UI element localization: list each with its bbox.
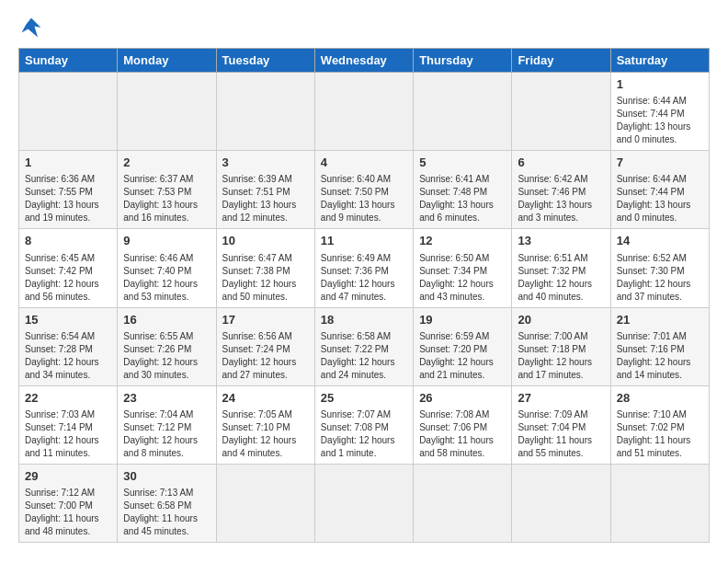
calendar-cell: 17Sunrise: 6:56 AMSunset: 7:24 PMDayligh… xyxy=(216,307,314,385)
calendar-cell: 15Sunrise: 6:54 AMSunset: 7:28 PMDayligh… xyxy=(19,307,118,385)
cell-content: 13Sunrise: 6:51 AMSunset: 7:32 PMDayligh… xyxy=(518,233,604,303)
calendar-cell: 20Sunrise: 7:00 AMSunset: 7:18 PMDayligh… xyxy=(512,307,610,385)
header-row: SundayMondayTuesdayWednesdayThursdayFrid… xyxy=(19,49,710,73)
cell-content: 23Sunrise: 7:04 AMSunset: 7:12 PMDayligh… xyxy=(123,390,210,460)
day-info: Sunrise: 7:10 AMSunset: 7:02 PMDaylight:… xyxy=(617,408,703,460)
cell-content: 20Sunrise: 7:00 AMSunset: 7:18 PMDayligh… xyxy=(518,312,604,382)
cell-content: 3Sunrise: 6:39 AMSunset: 7:51 PMDaylight… xyxy=(222,155,309,224)
day-number: 29 xyxy=(25,468,111,485)
week-row-3: 15Sunrise: 6:54 AMSunset: 7:28 PMDayligh… xyxy=(19,307,710,385)
day-number: 27 xyxy=(518,390,604,407)
calendar-cell: 11Sunrise: 6:49 AMSunset: 7:36 PMDayligh… xyxy=(314,229,413,307)
day-info: Sunrise: 6:52 AMSunset: 7:30 PMDaylight:… xyxy=(617,252,703,304)
cell-content: 14Sunrise: 6:52 AMSunset: 7:30 PMDayligh… xyxy=(617,233,703,303)
cell-content: 8Sunrise: 6:45 AMSunset: 7:42 PMDaylight… xyxy=(25,233,111,303)
calendar-cell: 12Sunrise: 6:50 AMSunset: 7:34 PMDayligh… xyxy=(414,229,512,307)
calendar-cell: 21Sunrise: 7:01 AMSunset: 7:16 PMDayligh… xyxy=(610,307,709,385)
logo xyxy=(18,15,48,40)
day-info: Sunrise: 7:12 AMSunset: 7:00 PMDaylight:… xyxy=(25,487,111,538)
col-header-friday: Friday xyxy=(512,49,610,73)
cell-content: 19Sunrise: 6:59 AMSunset: 7:20 PMDayligh… xyxy=(419,312,506,382)
col-header-tuesday: Tuesday xyxy=(216,49,314,73)
day-info: Sunrise: 6:44 AMSunset: 7:44 PMDaylight:… xyxy=(617,173,703,224)
col-header-monday: Monday xyxy=(118,49,216,73)
day-number: 28 xyxy=(617,390,703,407)
cell-content: 16Sunrise: 6:55 AMSunset: 7:26 PMDayligh… xyxy=(123,312,210,382)
cell-content: 9Sunrise: 6:46 AMSunset: 7:40 PMDaylight… xyxy=(123,233,210,303)
day-info: Sunrise: 6:56 AMSunset: 7:24 PMDaylight:… xyxy=(222,330,309,382)
day-number: 11 xyxy=(321,233,407,249)
svg-marker-0 xyxy=(22,18,41,38)
calendar-cell: 3Sunrise: 6:39 AMSunset: 7:51 PMDaylight… xyxy=(216,151,314,229)
logo-bird-icon xyxy=(18,15,44,40)
calendar-cell: 1Sunrise: 6:44 AMSunset: 7:44 PMDaylight… xyxy=(610,73,709,151)
day-info: Sunrise: 6:36 AMSunset: 7:55 PMDaylight:… xyxy=(25,173,111,224)
day-number: 15 xyxy=(25,312,111,328)
day-number: 14 xyxy=(617,233,703,249)
day-number: 9 xyxy=(123,233,210,249)
day-info: Sunrise: 6:58 AMSunset: 7:22 PMDaylight:… xyxy=(321,330,407,382)
week-row-5: 29Sunrise: 7:12 AMSunset: 7:00 PMDayligh… xyxy=(19,464,710,542)
day-info: Sunrise: 7:09 AMSunset: 7:04 PMDaylight:… xyxy=(518,408,604,460)
day-info: Sunrise: 6:40 AMSunset: 7:50 PMDaylight:… xyxy=(321,173,407,224)
day-number: 3 xyxy=(222,155,309,171)
day-number: 16 xyxy=(123,312,210,328)
day-info: Sunrise: 6:42 AMSunset: 7:46 PMDaylight:… xyxy=(518,173,604,224)
day-info: Sunrise: 6:49 AMSunset: 7:36 PMDaylight:… xyxy=(321,252,407,304)
cell-content: 12Sunrise: 6:50 AMSunset: 7:34 PMDayligh… xyxy=(419,233,506,303)
calendar-cell: 27Sunrise: 7:09 AMSunset: 7:04 PMDayligh… xyxy=(512,385,610,464)
calendar-cell xyxy=(216,73,314,151)
col-header-sunday: Sunday xyxy=(19,49,118,73)
cell-content: 7Sunrise: 6:44 AMSunset: 7:44 PMDaylight… xyxy=(617,155,703,224)
calendar-cell xyxy=(314,73,413,151)
day-number: 4 xyxy=(321,155,407,171)
cell-content: 21Sunrise: 7:01 AMSunset: 7:16 PMDayligh… xyxy=(617,312,703,382)
day-number: 21 xyxy=(617,312,703,328)
week-row-0: 1Sunrise: 6:44 AMSunset: 7:44 PMDaylight… xyxy=(19,73,710,151)
calendar-cell xyxy=(610,464,709,542)
calendar-cell: 19Sunrise: 6:59 AMSunset: 7:20 PMDayligh… xyxy=(414,307,512,385)
day-number: 18 xyxy=(321,312,407,328)
day-number: 24 xyxy=(222,390,309,407)
cell-content: 26Sunrise: 7:08 AMSunset: 7:06 PMDayligh… xyxy=(419,390,506,460)
calendar-cell: 26Sunrise: 7:08 AMSunset: 7:06 PMDayligh… xyxy=(414,385,512,464)
day-info: Sunrise: 7:05 AMSunset: 7:10 PMDaylight:… xyxy=(222,408,309,460)
cell-content: 4Sunrise: 6:40 AMSunset: 7:50 PMDaylight… xyxy=(321,155,407,224)
day-info: Sunrise: 7:00 AMSunset: 7:18 PMDaylight:… xyxy=(518,330,604,382)
cell-content: 1Sunrise: 6:36 AMSunset: 7:55 PMDaylight… xyxy=(25,155,111,224)
calendar-cell: 10Sunrise: 6:47 AMSunset: 7:38 PMDayligh… xyxy=(216,229,314,307)
day-info: Sunrise: 6:59 AMSunset: 7:20 PMDaylight:… xyxy=(419,330,506,382)
calendar-cell: 30Sunrise: 7:13 AMSunset: 6:58 PMDayligh… xyxy=(118,464,216,542)
day-number: 13 xyxy=(518,233,604,249)
day-info: Sunrise: 6:41 AMSunset: 7:48 PMDaylight:… xyxy=(419,173,506,224)
day-info: Sunrise: 6:44 AMSunset: 7:44 PMDaylight:… xyxy=(617,95,703,146)
calendar-cell: 5Sunrise: 6:41 AMSunset: 7:48 PMDaylight… xyxy=(414,151,512,229)
day-info: Sunrise: 7:04 AMSunset: 7:12 PMDaylight:… xyxy=(123,408,210,460)
calendar-cell xyxy=(19,73,118,151)
day-info: Sunrise: 6:37 AMSunset: 7:53 PMDaylight:… xyxy=(123,173,210,224)
cell-content: 24Sunrise: 7:05 AMSunset: 7:10 PMDayligh… xyxy=(222,390,309,460)
cell-content: 28Sunrise: 7:10 AMSunset: 7:02 PMDayligh… xyxy=(617,390,703,460)
day-number: 25 xyxy=(321,390,407,407)
week-row-4: 22Sunrise: 7:03 AMSunset: 7:14 PMDayligh… xyxy=(19,385,710,464)
calendar-cell xyxy=(512,73,610,151)
day-number: 12 xyxy=(419,233,506,249)
cell-content: 6Sunrise: 6:42 AMSunset: 7:46 PMDaylight… xyxy=(518,155,604,224)
week-row-2: 8Sunrise: 6:45 AMSunset: 7:42 PMDaylight… xyxy=(19,229,710,307)
day-number: 10 xyxy=(222,233,309,249)
header xyxy=(18,15,710,40)
col-header-wednesday: Wednesday xyxy=(314,49,413,73)
day-info: Sunrise: 7:13 AMSunset: 6:58 PMDaylight:… xyxy=(123,487,210,538)
calendar-cell: 4Sunrise: 6:40 AMSunset: 7:50 PMDaylight… xyxy=(314,151,413,229)
day-info: Sunrise: 6:51 AMSunset: 7:32 PMDaylight:… xyxy=(518,252,604,304)
calendar-cell: 2Sunrise: 6:37 AMSunset: 7:53 PMDaylight… xyxy=(118,151,216,229)
cell-content: 18Sunrise: 6:58 AMSunset: 7:22 PMDayligh… xyxy=(321,312,407,382)
day-number: 26 xyxy=(419,390,506,407)
day-number: 6 xyxy=(518,155,604,171)
day-number: 8 xyxy=(25,233,111,249)
day-info: Sunrise: 7:03 AMSunset: 7:14 PMDaylight:… xyxy=(25,408,111,460)
cell-content: 5Sunrise: 6:41 AMSunset: 7:48 PMDaylight… xyxy=(419,155,506,224)
calendar-cell: 18Sunrise: 6:58 AMSunset: 7:22 PMDayligh… xyxy=(314,307,413,385)
calendar-cell: 8Sunrise: 6:45 AMSunset: 7:42 PMDaylight… xyxy=(19,229,118,307)
calendar-cell: 22Sunrise: 7:03 AMSunset: 7:14 PMDayligh… xyxy=(19,385,118,464)
